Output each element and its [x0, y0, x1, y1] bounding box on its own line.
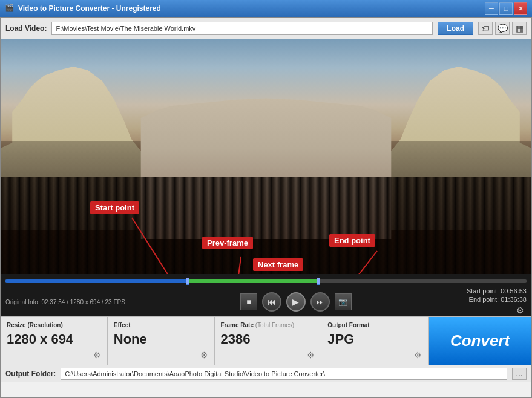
window-title: Video to Picture Converter - Unregistere…	[18, 4, 485, 13]
convert-button[interactable]: Convert	[429, 317, 531, 365]
output-format-section: Output Format JPG ⚙	[321, 317, 429, 365]
maximize-button[interactable]: □	[499, 2, 513, 15]
output-format-label: Output Format	[327, 322, 422, 328]
seek-area[interactable]	[1, 274, 531, 289]
load-video-bar: Load Video: Load 🏷 💬 ▦	[1, 18, 531, 39]
load-video-label: Load Video:	[5, 24, 47, 33]
seek-played	[5, 279, 188, 283]
output-format-value: JPG	[327, 331, 422, 347]
framerate-label: Frame Rate (Total Frames)	[221, 322, 315, 328]
end-point-annotation: End point	[329, 234, 375, 247]
prev-frame-annotation: Prev-frame	[202, 237, 253, 249]
framerate-value: 2386	[221, 331, 315, 347]
next-button[interactable]: ⏭	[310, 292, 330, 312]
stop-button[interactable]: ■	[240, 293, 257, 310]
playback-controls: ■ ⏮ ▶ ⏭ 📷	[240, 292, 352, 312]
framerate-settings-icon[interactable]: ⚙	[307, 350, 315, 360]
settings-gear-icon[interactable]: ⚙	[514, 304, 527, 316]
load-button[interactable]: Load	[438, 22, 473, 35]
snapshot-button[interactable]: 📷	[335, 293, 352, 310]
effect-label: Effect	[114, 322, 208, 328]
next-frame-annotation: Next frame	[253, 258, 303, 271]
title-bar: 🎬 Video to Picture Converter - Unregiste…	[0, 0, 532, 17]
end-point-time: End point: 01:36:38	[469, 296, 527, 303]
prev-button[interactable]: ⏮	[262, 292, 281, 312]
resize-section: Resize (Resolution) 1280 x 694 ⚙	[1, 317, 108, 365]
seek-range	[188, 279, 318, 283]
output-folder-label: Output Folder:	[5, 370, 56, 378]
resize-label: Resize (Resolution)	[7, 322, 101, 328]
framerate-section: Frame Rate (Total Frames) 2386 ⚙	[215, 317, 322, 365]
original-info: Original Info: 02:37:54 / 1280 x 694 / 2…	[5, 299, 125, 305]
effect-settings-icon[interactable]: ⚙	[200, 350, 208, 360]
seek-handle-end[interactable]	[317, 278, 320, 285]
chat-icon[interactable]: 💬	[495, 22, 510, 35]
close-button[interactable]: ✕	[514, 2, 527, 15]
resize-value: 1280 x 694	[7, 331, 101, 347]
output-folder-path[interactable]	[61, 368, 507, 380]
effect-value: None	[114, 331, 208, 347]
main-window: Load Video: Load 🏷 💬 ▦	[0, 17, 532, 398]
output-folder-bar: Output Folder: …	[1, 365, 531, 382]
tag-icon[interactable]: 🏷	[478, 22, 493, 35]
video-path-input[interactable]	[51, 22, 433, 35]
window-controls: ─ □ ✕	[485, 2, 527, 15]
toolbar-icons: 🏷 💬 ▦	[478, 22, 527, 35]
video-frame: Start point End point Prev-frame Next fr…	[1, 39, 531, 274]
output-format-settings-icon[interactable]: ⚙	[414, 350, 422, 360]
effect-section: Effect None ⚙	[108, 317, 215, 365]
seek-track[interactable]	[5, 279, 527, 283]
bottom-controls: Resize (Resolution) 1280 x 694 ⚙ Effect …	[1, 316, 531, 365]
seek-handle-start[interactable]	[186, 278, 189, 285]
app-icon: 🎬	[5, 4, 15, 13]
time-info: Start point: 00:56:53 End point: 01:36:3…	[467, 287, 527, 316]
grid-icon[interactable]: ▦	[512, 22, 527, 35]
start-point-annotation: Start point	[90, 201, 139, 214]
browse-button[interactable]: …	[512, 368, 527, 380]
controls-bar: Original Info: 02:37:54 / 1280 x 694 / 2…	[1, 289, 531, 316]
play-button[interactable]: ▶	[286, 292, 306, 312]
resize-settings-icon[interactable]: ⚙	[93, 350, 101, 360]
minimize-button[interactable]: ─	[485, 2, 498, 15]
video-area: Start point End point Prev-frame Next fr…	[1, 39, 531, 274]
